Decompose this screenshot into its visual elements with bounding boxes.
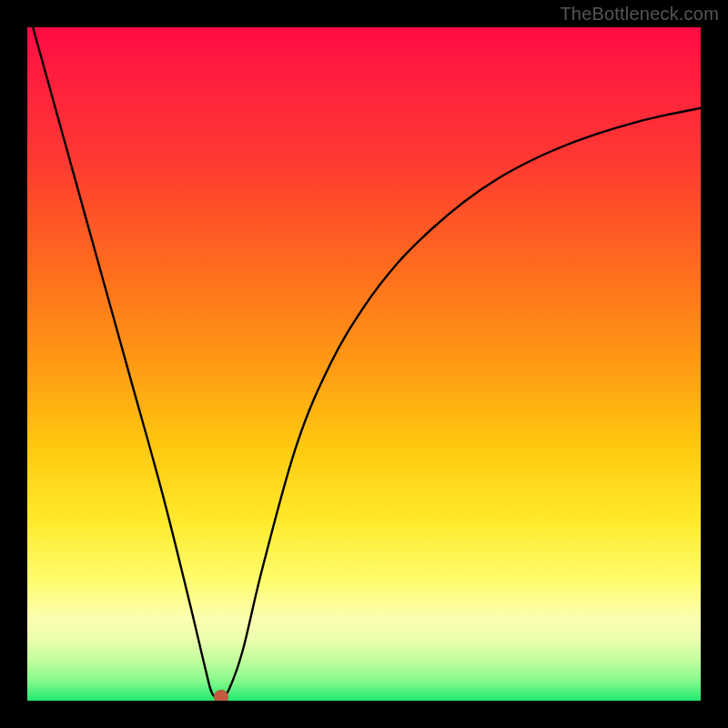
bottleneck-curve (27, 27, 701, 701)
optimal-point-marker (214, 690, 228, 701)
plot-area (27, 27, 701, 701)
chart-frame: TheBottleneck.com (0, 0, 728, 728)
watermark-text: TheBottleneck.com (560, 4, 719, 25)
